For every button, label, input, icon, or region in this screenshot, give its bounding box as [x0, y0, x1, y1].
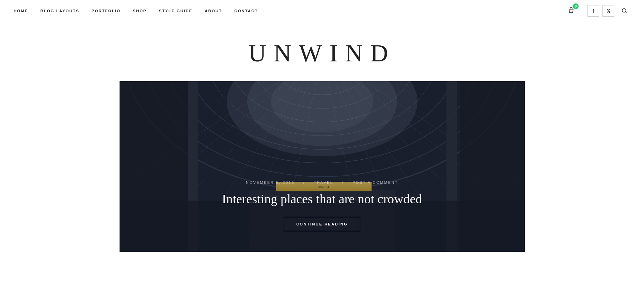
site-title-section: UNWIND — [0, 22, 644, 81]
main-nav: HOME BLOG LAYOUTS PORTFOLIO SHOP STYLE G… — [0, 0, 644, 22]
featured-post: ↑ Way out NOVEMBER 5, 2016 / TRAVEL / PO… — [120, 81, 525, 252]
nav-shop[interactable]: SHOP — [133, 9, 147, 13]
meta-separator-2: / — [342, 180, 344, 185]
featured-image: ↑ Way out NOVEMBER 5, 2016 / TRAVEL / PO… — [120, 81, 525, 252]
facebook-button[interactable]: f — [587, 5, 599, 17]
search-icon — [622, 8, 628, 14]
post-meta: NOVEMBER 5, 2016 / TRAVEL / POST A COMME… — [133, 180, 511, 185]
cart-badge: 0 — [573, 3, 579, 9]
svg-point-0 — [622, 9, 626, 12]
nav-style-guide[interactable]: STYLE GUIDE — [159, 9, 193, 13]
nav-contact[interactable]: CONTACT — [234, 9, 258, 13]
cart-button[interactable]: 0 — [565, 5, 577, 17]
twitter-button[interactable]: 𝕏 — [602, 5, 614, 17]
nav-actions: 0 f 𝕏 — [565, 5, 630, 17]
nav-home[interactable]: HOME — [14, 9, 28, 13]
post-category[interactable]: TRAVEL — [314, 180, 333, 185]
meta-separator-1: / — [303, 180, 305, 185]
nav-about[interactable]: ABOUT — [205, 9, 222, 13]
search-button[interactable] — [619, 5, 630, 17]
post-overlay: NOVEMBER 5, 2016 / TRAVEL / POST A COMME… — [120, 180, 525, 231]
post-date: NOVEMBER 5, 2016 — [246, 180, 295, 185]
post-title: Interesting places that are not crowded — [133, 191, 511, 207]
site-title: UNWIND — [0, 39, 644, 68]
nav-portfolio[interactable]: PORTFOLIO — [92, 9, 121, 13]
svg-line-1 — [626, 12, 627, 14]
post-comment-link[interactable]: POST A COMMENT — [352, 180, 398, 185]
continue-reading-button[interactable]: CONTINUE READING — [284, 217, 360, 231]
nav-links: HOME BLOG LAYOUTS PORTFOLIO SHOP STYLE G… — [14, 9, 258, 13]
nav-blog-layouts[interactable]: BLOG LAYOUTS — [41, 9, 79, 13]
